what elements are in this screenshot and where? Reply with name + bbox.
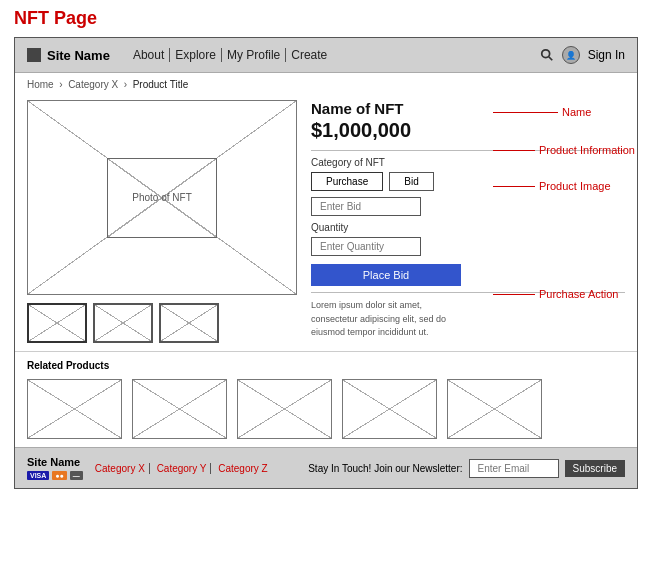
product-description: Lorem ipsum dolor sit amet, consectetur … bbox=[311, 299, 471, 340]
annot-label-purchase: Purchase Action bbox=[539, 288, 619, 300]
related-item-4[interactable] bbox=[342, 379, 437, 439]
qty-input[interactable] bbox=[311, 237, 421, 256]
annotation-product-image: Product Image bbox=[493, 180, 635, 192]
annot-label-img: Product Image bbox=[539, 180, 611, 192]
site-logo[interactable]: Site Name bbox=[27, 48, 110, 63]
payment-icons: VISA ●● — bbox=[27, 471, 83, 480]
related-section: Related Products bbox=[15, 351, 637, 447]
footer: Site Name VISA ●● — Category X Category … bbox=[15, 447, 637, 488]
place-bid-button[interactable]: Place Bid bbox=[311, 264, 461, 286]
nav-create[interactable]: Create bbox=[286, 48, 332, 62]
related-item-3[interactable] bbox=[237, 379, 332, 439]
left-panel: Photo of NFT bbox=[27, 100, 297, 343]
nav-explore[interactable]: Explore bbox=[170, 48, 222, 62]
subscribe-button[interactable]: Subscribe bbox=[565, 460, 625, 477]
annotation-product-info: Product Information bbox=[493, 144, 635, 156]
main-product-image: Photo of NFT bbox=[27, 100, 297, 295]
thumbnail-3[interactable] bbox=[159, 303, 219, 343]
breadcrumb-home[interactable]: Home bbox=[27, 79, 54, 90]
nav-about[interactable]: About bbox=[128, 48, 170, 62]
related-item-2[interactable] bbox=[132, 379, 227, 439]
outer-frame: Site Name About Explore My Profile Creat… bbox=[14, 37, 638, 489]
logo-box bbox=[27, 48, 41, 62]
annot-label-name: Name bbox=[562, 106, 591, 118]
newsletter-label: Stay In Touch! Join our Newsletter: bbox=[308, 463, 462, 474]
related-item-1[interactable] bbox=[27, 379, 122, 439]
visa-icon: VISA bbox=[27, 471, 49, 480]
footer-link-2[interactable]: Category Y bbox=[153, 463, 212, 474]
breadcrumb-title: Product Title bbox=[133, 79, 189, 90]
search-icon[interactable] bbox=[540, 48, 554, 62]
svg-line-1 bbox=[548, 57, 552, 61]
footer-link-1[interactable]: Category X bbox=[91, 463, 150, 474]
footer-right: Stay In Touch! Join our Newsletter: Subs… bbox=[308, 459, 625, 478]
thumbnail-row bbox=[27, 303, 297, 343]
footer-link-3[interactable]: Category Z bbox=[214, 463, 271, 474]
annot-line-purchase bbox=[493, 294, 535, 295]
payment-icon-2: ●● bbox=[52, 471, 66, 480]
page-title: NFT Page bbox=[0, 0, 652, 37]
email-input[interactable] bbox=[469, 459, 559, 478]
bid-input[interactable] bbox=[311, 197, 421, 216]
nav-bar: Site Name About Explore My Profile Creat… bbox=[15, 38, 637, 73]
related-grid bbox=[27, 379, 625, 439]
annot-label-info: Product Information bbox=[539, 144, 635, 156]
signin-link[interactable]: Sign In bbox=[588, 48, 625, 62]
breadcrumb: Home › Category X › Product Title bbox=[15, 73, 637, 96]
bid-button[interactable]: Bid bbox=[389, 172, 433, 191]
nav-right: 👤 Sign In bbox=[540, 46, 625, 64]
annotation-name: Name bbox=[493, 106, 635, 118]
annotations: Name Product Information Product Image bbox=[493, 106, 635, 300]
related-item-5[interactable] bbox=[447, 379, 542, 439]
footer-left: Site Name VISA ●● — Category X Category … bbox=[27, 456, 272, 480]
nav-links: About Explore My Profile Create bbox=[128, 48, 332, 62]
footer-site-name: Site Name bbox=[27, 456, 83, 468]
photo-label: Photo of NFT bbox=[132, 192, 191, 203]
main-body: Home › Category X › Product Title bbox=[15, 73, 637, 447]
related-title: Related Products bbox=[27, 360, 625, 371]
svg-point-0 bbox=[541, 50, 549, 58]
site-name: Site Name bbox=[47, 48, 110, 63]
footer-links: Category X Category Y Category Z bbox=[91, 463, 272, 474]
annot-line-name bbox=[493, 112, 558, 113]
annot-line-img bbox=[493, 186, 535, 187]
annot-line-info bbox=[493, 150, 535, 151]
thumbnail-2[interactable] bbox=[93, 303, 153, 343]
payment-icon-3: — bbox=[70, 471, 83, 480]
breadcrumb-category[interactable]: Category X bbox=[68, 79, 118, 90]
footer-logo: Site Name VISA ●● — bbox=[27, 456, 83, 480]
nav-myprofile[interactable]: My Profile bbox=[222, 48, 286, 62]
purchase-button[interactable]: Purchase bbox=[311, 172, 383, 191]
page-wrapper: NFT Page Site Name About Explore My Prof… bbox=[0, 0, 652, 489]
user-avatar-icon[interactable]: 👤 bbox=[562, 46, 580, 64]
annotation-purchase-action: Purchase Action bbox=[493, 288, 635, 300]
thumbnail-1[interactable] bbox=[27, 303, 87, 343]
